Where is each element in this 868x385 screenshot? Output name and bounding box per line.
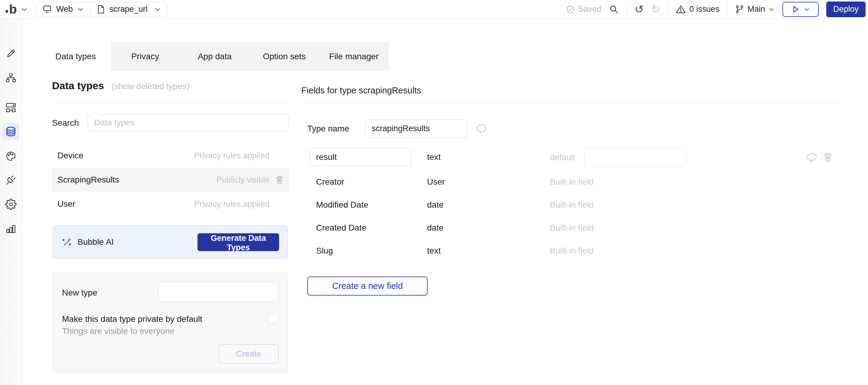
sidebar-item-settings[interactable] bbox=[2, 196, 19, 213]
tab-app-data[interactable]: App data bbox=[180, 42, 249, 71]
workflow-tree-icon bbox=[5, 72, 17, 84]
tab-option-sets[interactable]: Option sets bbox=[249, 42, 319, 71]
gear-icon bbox=[5, 198, 17, 210]
delete-field-trash-icon[interactable] bbox=[822, 151, 834, 163]
data-type-status: Publicly visible bbox=[216, 175, 270, 185]
visibility-hint: Things are visible to everyone bbox=[62, 326, 175, 336]
components-icon bbox=[5, 101, 17, 113]
magic-wand-icon bbox=[61, 236, 72, 248]
branch-label: Main bbox=[747, 4, 765, 14]
redo-button[interactable]: ↻ bbox=[651, 4, 660, 15]
search-label: Search bbox=[52, 118, 79, 128]
tab-data-types[interactable]: Data types bbox=[41, 42, 111, 71]
app-menu-chevron-icon[interactable] bbox=[20, 5, 28, 13]
data-type-status: Privacy rules applied bbox=[194, 151, 270, 160]
field-type-label: date bbox=[427, 223, 444, 233]
sidebar-item-styles[interactable] bbox=[2, 148, 19, 165]
palette-icon bbox=[5, 151, 17, 162]
create-type-button[interactable]: Create bbox=[219, 344, 279, 363]
field-name-label: Modified Date bbox=[316, 200, 368, 210]
builtin-field-note: Built-in field bbox=[550, 177, 594, 187]
sidebar-item-data[interactable] bbox=[2, 123, 19, 140]
left-panel-divider bbox=[52, 102, 289, 102]
sidebar-item-design[interactable] bbox=[2, 45, 19, 62]
type-name-label: Type name bbox=[307, 124, 365, 134]
data-type-row-user[interactable]: User Privacy rules applied bbox=[52, 192, 289, 216]
generate-data-types-button[interactable]: Generate Data Types bbox=[197, 233, 279, 251]
type-name-input[interactable] bbox=[365, 119, 468, 138]
sidebar-divider bbox=[4, 73, 18, 74]
play-icon bbox=[791, 5, 800, 14]
data-type-row-device[interactable]: Device Privacy rules applied bbox=[52, 143, 289, 168]
field-name-label: Slug bbox=[316, 246, 333, 256]
data-tabbar: Data types Privacy App data Option sets … bbox=[41, 42, 389, 71]
data-type-name: ScrapingResults bbox=[58, 175, 119, 185]
builtin-field-note: Built-in field bbox=[550, 223, 594, 233]
sidebar-item-plugins[interactable] bbox=[2, 172, 19, 189]
topbar-divider bbox=[668, 3, 668, 15]
bubble-logo-letter: b bbox=[9, 3, 17, 16]
new-type-label: New type bbox=[62, 288, 97, 298]
field-default-label: default bbox=[550, 153, 575, 162]
delete-type-trash-icon[interactable] bbox=[274, 175, 285, 185]
fields-panel-right-border bbox=[856, 42, 856, 385]
field-row-result: text default bbox=[307, 148, 844, 167]
issues-indicator[interactable]: 0 issues bbox=[676, 4, 719, 14]
bar-chart-icon bbox=[5, 223, 17, 234]
new-type-name-input[interactable] bbox=[158, 282, 278, 302]
preview-button[interactable] bbox=[782, 2, 819, 17]
branch-selector[interactable]: Main bbox=[735, 4, 775, 14]
bubble-logo[interactable]: b bbox=[5, 3, 17, 16]
page-title: Data types bbox=[52, 80, 104, 92]
fields-panel-title: Fields for type scrapingResults bbox=[301, 86, 421, 96]
platform-label: Web bbox=[56, 4, 73, 14]
private-by-default-checkbox[interactable] bbox=[268, 313, 278, 323]
monitor-icon bbox=[42, 4, 52, 14]
tab-privacy[interactable]: Privacy bbox=[111, 42, 180, 71]
comment-bubble-icon[interactable] bbox=[806, 151, 818, 163]
field-type-label: text bbox=[427, 246, 441, 256]
check-circle-icon bbox=[565, 4, 575, 14]
builtin-field-note: Built-in field bbox=[550, 200, 594, 210]
redo-icon: ↻ bbox=[651, 4, 660, 15]
deploy-button[interactable]: Deploy bbox=[826, 1, 866, 17]
tab-file-manager[interactable]: File manager bbox=[319, 42, 389, 71]
create-new-field-button[interactable]: Create a new field bbox=[307, 277, 428, 295]
save-status-label: Saved bbox=[578, 4, 601, 14]
search-input[interactable] bbox=[88, 114, 288, 131]
sidebar-item-backend-workflows[interactable] bbox=[2, 99, 19, 116]
topbar-divider bbox=[627, 3, 627, 15]
warning-triangle-icon bbox=[676, 4, 686, 14]
field-row-slug: Slug text Built-in field bbox=[307, 246, 844, 259]
field-name-label: Creator bbox=[316, 177, 344, 187]
field-type-label: text bbox=[427, 152, 441, 162]
branch-chevron-icon bbox=[768, 6, 775, 13]
git-branch-icon bbox=[735, 4, 744, 14]
topbar: b Web scrap bbox=[0, 0, 868, 19]
show-deleted-types-link[interactable]: (show deleted types) bbox=[111, 82, 189, 91]
sidebar-item-logs[interactable] bbox=[2, 220, 19, 237]
fields-panel-divider bbox=[301, 102, 844, 102]
comment-bubble-icon[interactable] bbox=[475, 123, 488, 135]
data-type-status: Privacy rules applied bbox=[194, 199, 270, 209]
page-selector[interactable]: scrape_url bbox=[90, 2, 167, 17]
sidebar-item-workflow[interactable] bbox=[2, 69, 19, 87]
field-row-created-date: Created Date date Built-in field bbox=[307, 223, 844, 236]
bubble-logo-dot-icon bbox=[5, 10, 8, 13]
undo-button[interactable]: ↺ bbox=[634, 4, 644, 15]
issues-count-label: 0 issues bbox=[689, 4, 719, 14]
field-name-input[interactable] bbox=[310, 148, 411, 166]
page-file-icon bbox=[96, 4, 105, 14]
page-chevron-icon bbox=[154, 6, 161, 13]
sidebar bbox=[0, 19, 22, 385]
field-default-input[interactable] bbox=[584, 148, 686, 166]
preview-chevron-icon bbox=[804, 6, 810, 13]
data-type-row-scrapingresults[interactable]: ScrapingResults Publicly visible bbox=[52, 168, 289, 192]
builtin-field-note: Built-in field bbox=[550, 246, 594, 256]
platform-chevron-icon bbox=[77, 6, 84, 13]
data-types-heading-row: Data types (show deleted types) bbox=[52, 80, 189, 92]
platform-selector[interactable]: Web bbox=[36, 2, 90, 17]
field-type-label: date bbox=[427, 200, 444, 210]
data-type-name: User bbox=[58, 199, 75, 209]
search-button[interactable] bbox=[609, 4, 619, 14]
